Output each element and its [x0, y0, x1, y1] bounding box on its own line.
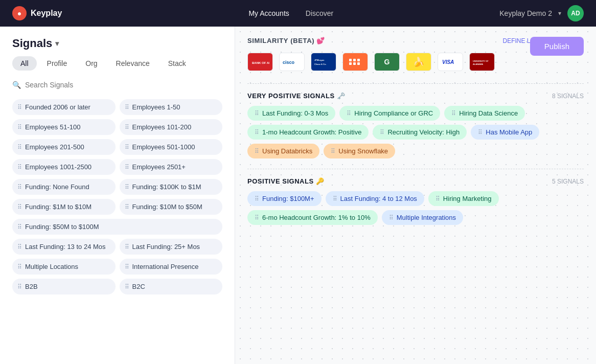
tag-label: Recruiting Velocity: High	[387, 128, 460, 136]
logo-bofa: BANK OF AMERICA	[247, 53, 273, 71]
drag-icon: ⠿	[125, 283, 129, 290]
drag-icon: ⠿	[17, 184, 22, 191]
tag-label: Has Mobile App	[486, 128, 532, 136]
signal-tag[interactable]: ⠿ 6-mo Headcount Growth: 1% to 10%	[247, 210, 378, 225]
drag-icon: ⠿	[125, 104, 129, 111]
signal-tag[interactable]: ⠿ Using Databricks	[247, 144, 319, 158]
signals-list: ⠿ Founded 2006 or later ⠿ Employees 1-50…	[0, 95, 235, 364]
publish-button[interactable]: Publish	[530, 37, 584, 56]
drag-icon: ⠿	[435, 195, 440, 202]
logo-cisco: cisco	[279, 53, 305, 71]
signal-tag[interactable]: ⠿ Hiring Data Science	[444, 106, 525, 121]
logo-ala: UNIVERSITY OFALABAMA	[469, 53, 495, 71]
drag-icon: ⠿	[478, 129, 483, 136]
tab-profile[interactable]: Profile	[39, 56, 76, 71]
signal-tag[interactable]: ⠿ Using Snowflake	[324, 144, 395, 158]
svg-text:Chase & Co.: Chase & Co.	[314, 63, 327, 65]
divider	[247, 83, 584, 84]
tab-all[interactable]: All	[12, 56, 37, 71]
brand-name: Keyplay	[31, 9, 62, 18]
signal-tag[interactable]: ⠿ Recruiting Velocity: High	[373, 125, 467, 140]
search-input[interactable]	[25, 81, 222, 89]
list-item[interactable]: ⠿ Employees 2501+	[120, 159, 223, 175]
signal-label: Founded 2006 or later	[25, 103, 90, 111]
svg-rect-7	[349, 59, 352, 61]
tag-label: Multiple Integrations	[397, 214, 456, 221]
avatar: AD	[567, 5, 584, 21]
workspace-dropdown-icon[interactable]: ▾	[558, 10, 561, 17]
tab-relevance[interactable]: Relevance	[108, 56, 158, 71]
drag-icon: ⠿	[380, 129, 384, 136]
signal-tag[interactable]: ⠿ 1-mo Headcount Growth: Positive	[247, 125, 369, 140]
ps-tags: ⠿ Funding: $100M+ ⠿ Last Funding: 4 to 1…	[247, 191, 584, 225]
list-item[interactable]: ⠿ Last Funding: 13 to 24 Mos	[12, 239, 116, 255]
signal-label: Employees 201-500	[25, 143, 84, 151]
signal-tag[interactable]: ⠿ Has Mobile App	[471, 125, 539, 140]
filter-tabs: All Profile Org Relevance Stack	[0, 56, 235, 77]
list-item[interactable]: ⠿ Employees 201-500	[12, 139, 116, 155]
list-item[interactable]: ⠿ Employees 1001-2500	[12, 159, 116, 175]
drag-icon: ⠿	[17, 124, 22, 131]
list-item[interactable]: ⠿ Employees 1-50	[120, 99, 223, 115]
tag-label: 1-mo Headcount Growth: Positive	[262, 128, 361, 136]
vps-title: VERY POSITIVE SIGNALS 🗝️	[247, 92, 345, 100]
signals-title: Signals ▾	[12, 37, 59, 50]
list-item[interactable]: ⠿ Founded 2006 or later	[12, 99, 116, 115]
list-item[interactable]: ⠿ Employees 101-200	[120, 119, 223, 135]
signal-label: Funding: None Found	[25, 183, 89, 191]
logo-banana: 🍌	[406, 53, 431, 71]
drag-icon: ⠿	[17, 283, 22, 290]
list-item[interactable]: ⠿ Employees 51-100	[12, 119, 116, 135]
drag-icon: ⠿	[17, 223, 22, 231]
svg-text:cisco: cisco	[283, 60, 295, 65]
list-item[interactable]: ⠿ Funding: $10M to $50M	[120, 199, 223, 215]
signal-label: Employees 51-100	[25, 123, 80, 131]
list-item[interactable]: ⠿ Last Funding: 25+ Mos	[120, 239, 223, 255]
ps-title: POSITIVE SIGNALS 🔑	[247, 177, 324, 185]
logo-unknown	[342, 53, 368, 71]
svg-rect-3	[313, 57, 334, 67]
drag-icon: ⠿	[255, 129, 259, 136]
signal-tag[interactable]: ⠿ Hiring Compliance or GRC	[339, 106, 440, 121]
list-item[interactable]: ⠿ Funding: $100K to $1M	[120, 179, 223, 195]
svg-text:JPMorgan: JPMorgan	[314, 59, 325, 61]
nav-my-accounts[interactable]: My Accounts	[248, 9, 289, 17]
drag-icon: ⠿	[333, 195, 337, 202]
signal-label: International Presence	[132, 263, 199, 270]
drag-icon: ⠿	[17, 263, 22, 270]
drag-icon: ⠿	[17, 144, 22, 151]
list-item[interactable]: ⠿ Multiple Locations	[12, 259, 116, 275]
list-item[interactable]: ⠿ Funding: None Found	[12, 179, 116, 195]
signal-tag[interactable]: ⠿ Funding: $100M+	[247, 191, 322, 206]
signal-label: Multiple Locations	[25, 263, 78, 270]
tab-org[interactable]: Org	[77, 56, 105, 71]
list-item[interactable]: ⠿ B2B	[12, 279, 116, 294]
drag-icon: ⠿	[125, 124, 129, 131]
list-item[interactable]: ⠿ Employees 501-1000	[120, 139, 223, 155]
signal-label: Employees 2501+	[132, 163, 186, 171]
search-icon: 🔍	[12, 81, 21, 89]
list-item[interactable]: ⠿ Funding: $1M to $10M	[12, 199, 116, 215]
tag-label: Funding: $100M+	[262, 195, 314, 202]
signal-tag[interactable]: ⠿ Last Funding: 0-3 Mos	[247, 106, 335, 121]
drag-icon: ⠿	[17, 203, 22, 211]
nav-discover[interactable]: Discover	[306, 9, 333, 17]
drag-icon: ⠿	[255, 148, 259, 155]
drag-icon: ⠿	[347, 110, 351, 117]
divider	[247, 169, 584, 169]
navbar-right: Keyplay Demo 2 ▾ AD	[499, 5, 584, 21]
signal-tag[interactable]: ⠿ Hiring Marketing	[428, 191, 499, 206]
list-item[interactable]: ⠿ Funding: $50M to $100M	[12, 219, 222, 235]
logo-visa: VISA	[438, 53, 463, 71]
signal-tag[interactable]: ⠿ Last Funding: 4 to 12 Mos	[326, 191, 424, 206]
drag-icon: ⠿	[255, 195, 259, 202]
tab-stack[interactable]: Stack	[160, 56, 194, 71]
signals-dropdown-icon[interactable]: ▾	[55, 39, 59, 48]
drag-icon: ⠿	[17, 104, 22, 111]
svg-rect-9	[357, 59, 360, 61]
brand: ● Keyplay	[12, 6, 62, 20]
list-item[interactable]: ⠿ B2C	[120, 279, 223, 294]
signal-tag[interactable]: ⠿ Multiple Integrations	[382, 210, 463, 225]
list-item[interactable]: ⠿ International Presence	[120, 259, 223, 275]
svg-rect-6	[348, 57, 363, 67]
